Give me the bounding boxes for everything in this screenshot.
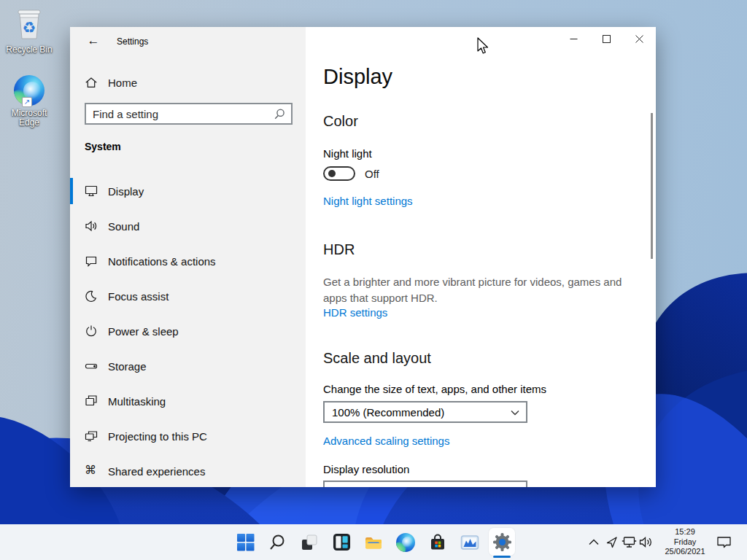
desktop-icon-label: Microsoft Edge	[7, 109, 52, 128]
selected-indicator	[70, 178, 73, 204]
settings-window: ← Settings Home System Display	[70, 27, 656, 487]
chevron-up-icon	[589, 539, 599, 545]
hdr-section-heading: HDR	[323, 241, 355, 258]
shortcut-arrow-icon: ↗	[22, 97, 32, 107]
close-button[interactable]	[623, 27, 656, 50]
notification-bubble-icon	[716, 535, 732, 549]
night-light-settings-link[interactable]: Night light settings	[323, 195, 413, 207]
notification-center-button[interactable]	[715, 528, 732, 557]
store-button[interactable]	[422, 524, 454, 560]
focus-assist-icon	[85, 289, 98, 303]
settings-gear-icon	[492, 532, 512, 552]
edge-button[interactable]	[390, 524, 422, 560]
advanced-scaling-link[interactable]: Advanced scaling settings	[323, 435, 449, 447]
sidebar-item-notifications[interactable]: Notifications & actions	[70, 248, 306, 274]
store-icon	[428, 533, 447, 552]
power-icon	[85, 324, 98, 338]
projecting-icon	[85, 429, 98, 443]
search-button[interactable]	[261, 524, 293, 560]
hdr-settings-link[interactable]: HDR settings	[323, 306, 387, 319]
maximize-button[interactable]	[590, 27, 623, 50]
clock-date: 25/06/2021	[658, 547, 712, 557]
sidebar-item-label: Sound	[108, 220, 139, 233]
location-icon	[605, 536, 618, 548]
file-explorer-button[interactable]	[357, 524, 390, 560]
sidebar-item-focus-assist[interactable]: Focus assist	[70, 283, 306, 309]
tray-network-button[interactable]	[620, 528, 638, 557]
scale-dropdown[interactable]: 100% (Recommended)	[323, 401, 527, 423]
sound-icon	[85, 219, 98, 233]
resolution-dropdown[interactable]	[323, 481, 527, 487]
search-input[interactable]	[86, 104, 291, 123]
taskbar-clock[interactable]: 15:29 Friday 25/06/2021	[658, 527, 712, 557]
night-light-toggle[interactable]	[323, 166, 355, 181]
system-tray: 15:29 Friday 25/06/2021	[585, 524, 747, 560]
sidebar-item-home[interactable]: Home	[70, 69, 306, 96]
notifications-icon	[85, 254, 98, 268]
search-icon	[268, 534, 286, 551]
storage-icon	[85, 359, 98, 373]
volume-icon	[639, 536, 654, 548]
close-icon	[635, 35, 643, 43]
sidebar-item-label: Shared experiences	[108, 465, 205, 478]
microsoft-edge-shortcut[interactable]: ↗ Microsoft Edge	[4, 75, 54, 128]
scrollbar-thumb[interactable]	[651, 113, 653, 259]
sidebar-item-shared-experiences[interactable]: ⌘ Shared experiences	[70, 458, 306, 484]
sidebar-item-label: Multitasking	[108, 395, 166, 408]
search-icon[interactable]	[274, 108, 286, 120]
tray-location-button[interactable]	[603, 528, 620, 557]
scale-dropdown-value: 100% (Recommended)	[332, 406, 444, 419]
performance-graph-icon	[460, 533, 479, 552]
windows-logo-icon	[236, 533, 255, 551]
home-icon	[85, 76, 98, 89]
scale-section-heading: Scale and layout	[323, 350, 431, 367]
network-icon	[622, 536, 637, 548]
sidebar-item-label: Focus assist	[108, 290, 169, 303]
task-manager-button[interactable]	[454, 524, 486, 560]
toggle-knob	[328, 170, 336, 177]
start-button[interactable]	[229, 524, 261, 560]
back-button[interactable]: ←	[83, 31, 104, 50]
window-title: Settings	[117, 36, 148, 47]
desktop-icon-label: Recycle Bin	[4, 45, 54, 55]
minimize-button[interactable]	[557, 27, 590, 50]
sidebar-item-label: Notifications & actions	[108, 255, 216, 268]
night-light-label: Night light	[323, 147, 372, 160]
file-explorer-icon	[364, 533, 383, 552]
minimize-icon	[570, 35, 578, 43]
clock-day: Friday	[658, 537, 712, 548]
sidebar-section-header: System	[85, 141, 121, 152]
task-view-icon	[301, 534, 318, 551]
hdr-description: Get a brighter and more vibrant picture …	[323, 274, 643, 306]
settings-button[interactable]	[486, 524, 518, 560]
chevron-down-icon	[511, 410, 519, 416]
task-view-button[interactable]	[293, 524, 325, 560]
night-light-state: Off	[365, 168, 379, 180]
maximize-icon	[603, 35, 611, 43]
sidebar-item-projecting[interactable]: Projecting to this PC	[70, 423, 306, 449]
active-app-indicator	[493, 556, 511, 558]
settings-search-box	[85, 103, 293, 125]
sidebar-item-label: Power & sleep	[108, 325, 179, 338]
tray-chevron-up-button[interactable]	[585, 528, 603, 557]
sidebar-item-display[interactable]: Display	[70, 178, 306, 204]
scale-size-label: Change the size of text, apps, and other…	[323, 383, 546, 395]
edge-icon	[396, 533, 415, 552]
taskbar-center-icons	[229, 524, 518, 560]
sidebar-item-storage[interactable]: Storage	[70, 353, 306, 379]
settings-sidebar: ← Settings Home System Display	[70, 27, 306, 487]
sidebar-item-label: Home	[108, 77, 137, 89]
recycle-bin-shortcut[interactable]: ♻ Recycle Bin	[4, 6, 54, 55]
svg-text:♻: ♻	[23, 19, 36, 36]
sidebar-item-label: Storage	[108, 360, 147, 373]
sidebar-item-label: Display	[108, 185, 144, 198]
page-title: Display	[323, 65, 392, 89]
tray-volume-button[interactable]	[638, 528, 655, 557]
sidebar-item-multitasking[interactable]: Multitasking	[70, 388, 306, 414]
sidebar-item-power-sleep[interactable]: Power & sleep	[70, 318, 306, 344]
taskbar: 15:29 Friday 25/06/2021	[0, 524, 747, 560]
sidebar-nav: Display Sound Notifications & actions	[70, 178, 306, 487]
sidebar-item-sound[interactable]: Sound	[70, 213, 306, 239]
widgets-button[interactable]	[325, 524, 357, 560]
sidebar-item-label: Projecting to this PC	[108, 430, 207, 443]
